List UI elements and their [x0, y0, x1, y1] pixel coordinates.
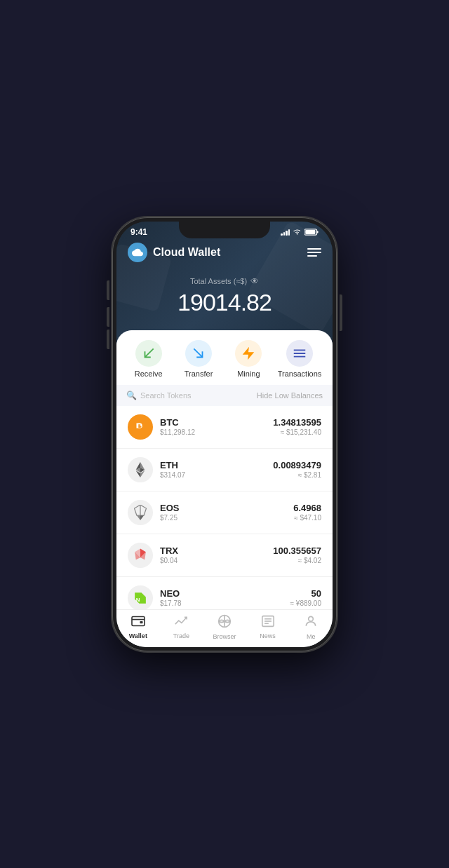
wifi-icon [293, 229, 302, 236]
nav-wallet[interactable]: Wallet [121, 615, 156, 639]
trx-price: $0.04 [160, 557, 273, 564]
wallet-nav-label: Wallet [129, 632, 147, 639]
trx-balance: 100.355657 ≈ $4.02 [273, 545, 321, 564]
hide-low-balances-toggle[interactable]: Hide Low Balances [257, 391, 323, 400]
total-assets-label: Total Assets (≈$) 👁 [116, 276, 333, 286]
me-nav-label: Me [307, 633, 316, 640]
eth-logo [128, 457, 153, 482]
nav-browser[interactable]: Browser [207, 614, 242, 640]
trx-usd: ≈ $4.02 [273, 557, 321, 564]
token-item-btc[interactable]: BTC $11,298.12 1.34813595 ≈ $15,231.40 [116, 406, 333, 449]
eos-info: EOS $7.25 [160, 503, 293, 522]
search-row: 🔍 Search Tokens Hide Low Balances [116, 385, 333, 406]
trx-info: TRX $0.04 [160, 545, 273, 564]
receive-label: Receive [135, 369, 163, 378]
nav-trade[interactable]: Trade [163, 615, 199, 639]
battery-icon [304, 229, 319, 236]
mining-button[interactable]: Mining [227, 340, 269, 378]
svg-rect-2 [305, 230, 315, 234]
eos-symbol: EOS [160, 503, 293, 513]
action-buttons-row: Receive Transfer M [116, 330, 333, 385]
neo-balance: 50 ≈ ¥889.00 [290, 588, 321, 607]
app-title: Cloud Wallet [153, 246, 220, 259]
btc-amount: 1.34813595 [273, 417, 321, 428]
search-placeholder: Search Tokens [140, 391, 192, 400]
svg-point-28 [309, 616, 314, 621]
eth-usd: ≈ $2.81 [273, 471, 321, 479]
eos-balance: 6.4968 ≈ $47.10 [293, 503, 321, 522]
btc-symbol: BTC [160, 417, 273, 428]
neo-symbol: NEO [160, 588, 290, 599]
svg-rect-21 [140, 621, 142, 623]
browser-nav-label: Browser [213, 633, 236, 640]
eth-amount: 0.00893479 [273, 460, 321, 470]
btc-price: $11,298.12 [160, 428, 273, 436]
transfer-label: Transfer [185, 369, 213, 378]
news-nav-label: News [260, 632, 276, 639]
btc-logo [128, 414, 153, 440]
app-logo-area: Cloud Wallet [128, 243, 220, 262]
svg-rect-1 [317, 231, 319, 233]
eos-amount: 6.4968 [293, 503, 321, 513]
signal-icon [281, 229, 290, 236]
btc-balance: 1.34813595 ≈ $15,231.40 [273, 417, 321, 436]
token-item-neo[interactable]: N NEO $17.78 50 ≈ ¥889.00 [116, 577, 333, 609]
neo-logo: N [128, 585, 153, 609]
transfer-icon [185, 340, 212, 367]
bottom-nav: Wallet Trade [116, 609, 333, 647]
mining-label: Mining [237, 369, 260, 378]
search-icon: 🔍 [126, 391, 137, 400]
transfer-button[interactable]: Transfer [177, 340, 220, 378]
menu-button[interactable] [307, 248, 321, 257]
receive-button[interactable]: Receive [128, 340, 170, 378]
nav-news[interactable]: News [250, 615, 286, 639]
neo-price: $17.78 [160, 599, 290, 607]
trx-amount: 100.355657 [273, 545, 321, 556]
token-item-trx[interactable]: TRX $0.04 100.355657 ≈ $4.02 [116, 534, 333, 577]
me-icon [304, 614, 318, 632]
transactions-icon [286, 340, 313, 367]
search-input-area[interactable]: 🔍 Search Tokens [126, 391, 192, 400]
total-assets-value: 19014.82 [116, 289, 333, 316]
btc-info: BTC $11,298.12 [160, 417, 273, 436]
trx-logo [128, 543, 153, 568]
wallet-icon [131, 615, 145, 631]
transactions-label: Transactions [278, 369, 322, 378]
trade-icon [174, 615, 188, 631]
neo-info: NEO $17.78 [160, 588, 290, 607]
eos-price: $7.25 [160, 514, 293, 522]
token-item-eos[interactable]: EOS $7.25 6.4968 ≈ $47.10 [116, 491, 333, 534]
token-item-eth[interactable]: ETH $314.07 0.00893479 ≈ $2.81 [116, 449, 333, 491]
eye-icon[interactable]: 👁 [250, 276, 259, 286]
status-icons [281, 229, 319, 236]
eth-info: ETH $314.07 [160, 460, 273, 479]
eos-usd: ≈ $47.10 [293, 514, 321, 522]
cloud-logo-icon [128, 243, 147, 262]
transactions-button[interactable]: Transactions [278, 340, 322, 378]
btc-usd: ≈ $15,231.40 [273, 428, 321, 436]
eth-symbol: ETH [160, 460, 273, 470]
token-list: BTC $11,298.12 1.34813595 ≈ $15,231.40 [116, 406, 333, 609]
browser-icon [217, 614, 232, 632]
receive-icon [135, 340, 162, 367]
svg-text:N: N [136, 596, 140, 602]
mining-icon [235, 340, 262, 367]
eth-balance: 0.00893479 ≈ $2.81 [273, 460, 321, 479]
nav-me[interactable]: Me [293, 614, 328, 640]
svg-marker-12 [140, 515, 144, 520]
eos-logo [128, 500, 153, 525]
eth-price: $314.07 [160, 471, 273, 479]
neo-amount: 50 [290, 588, 321, 599]
news-icon [261, 615, 275, 631]
svg-marker-11 [137, 515, 140, 520]
trade-nav-label: Trade [173, 632, 189, 639]
svg-rect-20 [132, 616, 145, 625]
trx-symbol: TRX [160, 545, 273, 556]
neo-usd: ≈ ¥889.00 [290, 599, 321, 607]
status-time: 9:41 [130, 227, 147, 237]
